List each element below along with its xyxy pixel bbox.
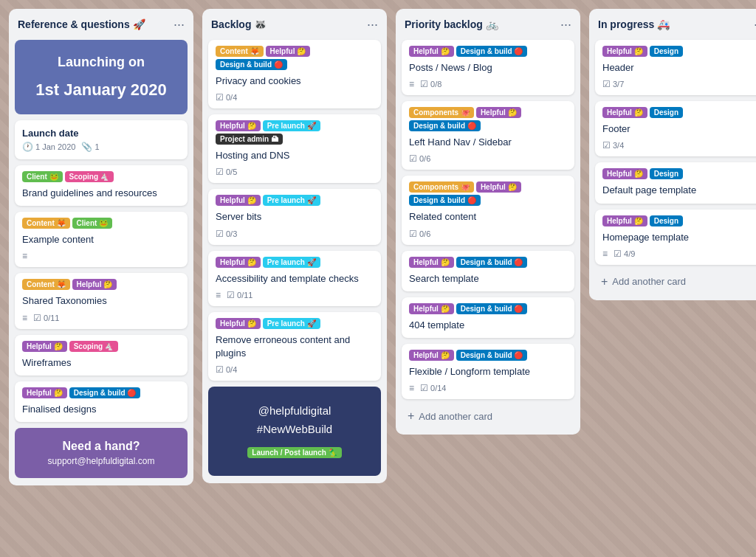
card-list-icon: ≡: [409, 383, 414, 393]
card[interactable]: Helpful 🤔Pre launch 🚀Server bits☑0/3: [208, 189, 381, 244]
card-checklist: ☑0/11: [227, 290, 252, 300]
card[interactable]: Helpful 🤔DesignHeader☑3/7: [595, 40, 756, 95]
card[interactable]: Helpful 🤔Design & build 🔴404 template: [402, 297, 574, 338]
card-list-icon: ≡: [22, 313, 27, 323]
card-tags: Helpful 🤔Pre launch 🚀: [216, 257, 374, 268]
card-tags: Helpful 🤔Design: [602, 107, 756, 118]
card-checklist: ☑0/4: [216, 364, 237, 375]
board: Reference & questions 🚀 ··· Launching on…: [0, 0, 756, 494]
card-list-icon: ≡: [216, 290, 221, 300]
add-card-button[interactable]: +Add another card: [402, 405, 574, 427]
card-tag: Helpful 🤔: [216, 318, 261, 329]
card[interactable]: Helpful 🤔Design & build 🔴Flexible / Long…: [402, 344, 574, 399]
card-tag: Helpful 🤔: [22, 341, 67, 352]
card-tags: Helpful 🤔Design: [602, 215, 756, 226]
column-menu-button[interactable]: ···: [560, 18, 571, 31]
card-meta: ≡☑0/14: [409, 383, 567, 393]
card-title: Related content: [409, 210, 567, 224]
column-header: Reference & questions 🚀 ···: [15, 16, 188, 32]
column-reference: Reference & questions 🚀 ··· Launching on…: [9, 9, 193, 485]
card-tag: Design & build 🔴: [456, 303, 528, 314]
social-line2: #NewWebBuild: [257, 423, 332, 435]
card-tag: Content 🦊: [22, 279, 70, 290]
column-menu-button[interactable]: ···: [367, 18, 378, 31]
need-help-email: support@helpfuldigital.com: [48, 456, 155, 466]
card-checklist: ☑3/4: [602, 140, 624, 151]
card-tags: Helpful 🤔Pre launch 🚀: [216, 195, 374, 206]
column-header: In progress 🚑 ···: [595, 16, 756, 32]
card-meta: ☑0/5: [216, 167, 374, 177]
card-tag: Client 🐸: [22, 171, 63, 182]
card[interactable]: Helpful 🤔Scoping 🦄Wireframes: [15, 335, 188, 376]
column-menu-button[interactable]: ···: [173, 18, 185, 31]
card-title: Left Hand Nav / Sidebar: [409, 136, 567, 149]
card-title: Default page template: [602, 184, 756, 197]
card[interactable]: Content 🦊Helpful 🤔Design & build 🔴Privac…: [208, 40, 381, 108]
card[interactable]: Helpful 🤔DesignHomepage template≡☑4/9: [595, 210, 756, 265]
plus-icon: +: [408, 409, 414, 423]
card-title: Flexible / Longform template: [409, 365, 567, 378]
card-tags: Helpful 🤔Design & build 🔴: [409, 350, 567, 361]
card-tags: Content 🦊Client 🐸: [22, 218, 180, 229]
plus-icon: +: [601, 275, 608, 288]
card-tags: Content 🦊Helpful 🤔: [22, 279, 180, 290]
card[interactable]: Helpful 🤔DesignFooter☑3/4: [595, 101, 756, 156]
add-card-button[interactable]: +Add another card: [595, 271, 756, 293]
card-meta: ≡☑4/9: [602, 249, 756, 259]
card-checklist: ☑0/3: [216, 229, 237, 239]
card[interactable]: Helpful 🤔Design & build 🔴Search template: [402, 251, 574, 291]
card-meta: ☑0/4: [216, 364, 374, 375]
card-meta: ☑0/6: [409, 229, 567, 239]
card[interactable]: Helpful 🤔DesignDefault page template: [595, 162, 756, 203]
card-tag: Design & build 🔴: [456, 257, 528, 268]
card[interactable]: Components 🐙Helpful 🤔Design & build 🔴Rel…: [402, 176, 574, 244]
card-tag: Scoping 🦄: [69, 341, 118, 352]
column-backlog: Backlog 🦝 ··· Content 🦊Helpful 🤔Design &…: [202, 9, 387, 483]
card-tag: Helpful 🤔: [72, 279, 117, 290]
card-tag: Content 🦊: [22, 218, 70, 229]
launch-date-attach: 📎1: [81, 142, 99, 152]
card-tag: Helpful 🤔: [216, 120, 261, 131]
social-tag: Launch / Post launch 🦜: [247, 447, 341, 458]
card[interactable]: Helpful 🤔Pre launch 🚀Project admin 🏔Host…: [208, 114, 381, 183]
card-meta: ≡☑0/8: [409, 79, 567, 89]
card-title: Accessibility and template checks: [216, 272, 374, 286]
card[interactable]: Helpful 🤔Design & build 🔴Posts / News / …: [402, 40, 574, 95]
card[interactable]: Components 🐙Helpful 🤔Design & build 🔴Lef…: [402, 101, 574, 170]
column-title: Priority backlog 🚲: [405, 18, 498, 30]
card-tags: Helpful 🤔Pre launch 🚀Project admin 🏔: [216, 120, 374, 145]
card-tag: Project admin 🏔: [216, 134, 283, 145]
card-title: Shared Taxonomies: [22, 294, 180, 308]
card-title: Homepage template: [602, 231, 756, 244]
card[interactable]: Client 🐸Scoping 🦄Brand guidelines and re…: [15, 165, 188, 206]
card[interactable]: Content 🦊Client 🐸Example content≡: [15, 212, 188, 267]
column-in-progress: In progress 🚑 ··· Helpful 🤔DesignHeader☑…: [589, 9, 756, 300]
social-card: @helpfuldigital #NewWebBuild Launch / Po…: [208, 387, 381, 476]
column-priority-backlog: Priority backlog 🚲 ··· Helpful 🤔Design &…: [396, 9, 580, 435]
card-checklist: ☑0/11: [33, 313, 59, 323]
card-tag: Pre launch 🚀: [263, 120, 320, 131]
card-checklist: ☑0/8: [420, 79, 441, 89]
card-tag: Design & build 🔴: [409, 195, 481, 206]
card[interactable]: Helpful 🤔Pre launch 🚀Accessibility and t…: [208, 251, 381, 306]
social-line1: @helpfuldigital: [258, 404, 331, 417]
launch-hero-card: Launching on1st January 2020: [15, 40, 188, 114]
card-tags: Components 🐙Helpful 🤔Design & build 🔴: [409, 107, 567, 131]
card-list-icon: ≡: [602, 249, 608, 259]
card[interactable]: Content 🦊Helpful 🤔Shared Taxonomies≡☑0/1…: [15, 273, 188, 328]
card-tag: Design & build 🔴: [69, 387, 141, 398]
need-help-card: Need a hand? support@helpfuldigital.com: [15, 428, 188, 478]
card-tag: Design & build 🔴: [456, 46, 528, 57]
column-title: Backlog 🦝: [211, 18, 267, 30]
card-title: Search template: [409, 272, 567, 286]
column-header: Priority backlog 🚲 ···: [402, 16, 574, 32]
card[interactable]: Helpful 🤔Design & build 🔴Finalised desig…: [15, 381, 188, 422]
card-checklist: ☑4/9: [614, 249, 635, 259]
card-title: Example content: [22, 233, 180, 246]
card-tag: Pre launch 🚀: [263, 257, 320, 268]
card-tag: Design: [650, 168, 683, 179]
launch-hero-line2: 1st January 2020: [35, 80, 166, 100]
card[interactable]: Helpful 🤔Pre launch 🚀Remove erroneous co…: [208, 312, 381, 381]
card-title: Posts / News / Blog: [409, 61, 567, 75]
column-header: Backlog 🦝 ···: [208, 16, 381, 32]
